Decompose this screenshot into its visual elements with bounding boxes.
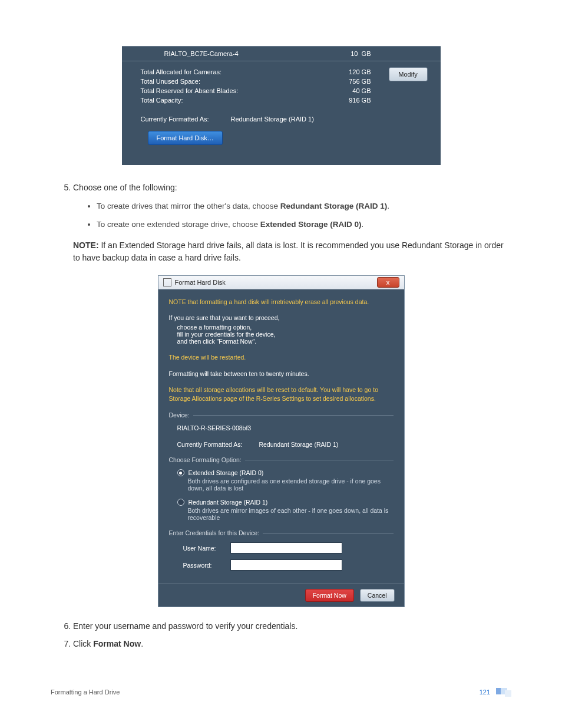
totals-label: Total Unused Space:: [141, 78, 289, 85]
reset-note: Note that all storage allocations will b…: [169, 386, 394, 403]
option-label: Extended Storage (RAID 0): [189, 469, 264, 476]
option-desc: Both drives are mirror images of each ot…: [177, 507, 394, 521]
password-label: Password:: [183, 562, 224, 569]
page-footer: Formatting a Hard Drive 121: [51, 688, 511, 696]
camera-row: RIALTO_BC7E-Camera-4 10 GB: [122, 46, 441, 61]
currently-formatted-value: Redundant Storage (RAID 1): [259, 441, 338, 448]
dialog-body: NOTE that formatting a hard disk will ir…: [158, 289, 404, 571]
proceed-item: fill in your credentials for the device,: [177, 331, 394, 338]
credentials-section-label: Enter Credentials for this Device:: [158, 529, 404, 536]
camera-value: 10 GB: [318, 50, 371, 57]
format-hard-disk-button[interactable]: Format Hard Disk…: [148, 131, 223, 145]
step-5-bullets: To create drives that mirror the other's…: [97, 200, 511, 231]
option-raid1[interactable]: Redundant Storage (RAID 1) Both drives a…: [177, 499, 394, 521]
password-field[interactable]: [230, 559, 342, 571]
dialog-titlebar: Format Hard Disk x: [158, 276, 404, 289]
warning-erase: NOTE that formatting a hard disk will ir…: [169, 298, 394, 307]
proceed-item: and then click "Format Now".: [177, 338, 394, 345]
password-row: Password:: [169, 559, 394, 571]
storage-summary-panel: RIALTO_BC7E-Camera-4 10 GB Modify Total …: [122, 46, 441, 165]
format-hard-disk-dialog: Format Hard Disk x NOTE that formatting …: [158, 275, 405, 607]
modify-button[interactable]: Modify: [389, 67, 428, 81]
currently-formatted-label: Currently Formatted As:: [141, 116, 229, 123]
list-item: To create drives that mirror the other's…: [97, 200, 511, 213]
username-row: User Name:: [169, 542, 394, 554]
close-icon[interactable]: x: [377, 277, 399, 288]
currently-formatted-label: Currently Formatted As:: [177, 441, 257, 448]
totals-label: Total Capacity:: [141, 97, 289, 104]
totals-row: Total Reserved for Absent Blades: 40 GB: [141, 86, 441, 95]
totals-label: Total Allocated for Cameras:: [141, 68, 289, 75]
proceed-list: choose a formatting option, fill in your…: [169, 324, 394, 345]
app-icon: [163, 278, 171, 286]
device-name: RIALTO-R-SERIES-008bf3: [169, 424, 394, 431]
dialog-title: Format Hard Disk: [175, 279, 377, 286]
step-5: Choose one of the following: To create d…: [73, 182, 511, 231]
dialog-footer: Format Now Cancel: [158, 584, 404, 607]
format-option-group: Extended Storage (RAID 0) Both drives ar…: [169, 469, 394, 521]
radio-icon[interactable]: [177, 499, 184, 506]
totals-value: 40 GB: [289, 87, 441, 94]
steps-list: Choose one of the following: To create d…: [73, 182, 511, 231]
option-desc: Both drives are configured as one extend…: [177, 477, 394, 492]
duration-note: Formatting will take between ten to twen…: [169, 370, 394, 378]
option-raid0[interactable]: Extended Storage (RAID 0) Both drives ar…: [177, 469, 394, 492]
currently-formatted-line: Currently Formatted As: Redundant Storag…: [122, 105, 441, 123]
logo-mark-icon: [496, 688, 511, 696]
username-label: User Name:: [183, 545, 224, 552]
steps-list-cont: Enter your username and password to veri…: [73, 620, 511, 650]
totals-value: 916 GB: [289, 97, 441, 104]
step-5-lead: Choose one of the following:: [73, 183, 177, 192]
restart-warning: The device will be restarted.: [169, 353, 394, 362]
note-paragraph: NOTE: If an Extended Storage hard drive …: [73, 239, 511, 265]
option-label: Redundant Storage (RAID 1): [189, 499, 268, 506]
format-now-button[interactable]: Format Now: [305, 589, 354, 602]
currently-formatted-line: Currently Formatted As: Redundant Storag…: [169, 441, 394, 448]
cancel-button[interactable]: Cancel: [360, 589, 395, 602]
proceed-item: choose a formatting option,: [177, 324, 394, 331]
device-section-label: Device:: [158, 411, 404, 419]
username-field[interactable]: [230, 542, 342, 554]
choose-option-section-label: Choose Formating Option:: [158, 456, 404, 463]
camera-name: RIALTO_BC7E-Camera-4: [164, 50, 318, 57]
proceed-lead: If you are sure that you want to proceed…: [169, 314, 394, 322]
page-number: 121: [480, 689, 490, 696]
step-7: Click Format Now.: [73, 638, 511, 651]
totals-label: Total Reserved for Absent Blades:: [141, 87, 289, 94]
step-6: Enter your username and password to veri…: [73, 620, 511, 633]
footer-title: Formatting a Hard Drive: [51, 689, 480, 696]
list-item: To create one extended storage drive, ch…: [97, 219, 511, 231]
totals-row: Total Capacity: 916 GB: [141, 95, 441, 105]
radio-icon[interactable]: [177, 469, 184, 476]
currently-formatted-value: Redundant Storage (RAID 1): [231, 116, 314, 123]
